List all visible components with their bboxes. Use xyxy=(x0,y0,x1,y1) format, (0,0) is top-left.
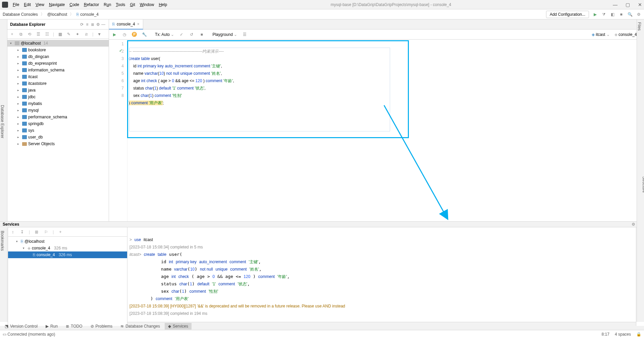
format-icon[interactable]: ☰ xyxy=(242,32,247,37)
gear-icon[interactable]: ⚙ xyxy=(95,22,101,27)
expand-icon[interactable]: ≣ xyxy=(90,22,95,27)
left-bookmarks-strip[interactable]: Bookmarks xyxy=(0,228,7,322)
menu-file[interactable]: File xyxy=(11,1,21,8)
database-icon xyxy=(22,95,27,99)
status-pos[interactable]: 8:17 xyxy=(602,332,609,337)
database-icon xyxy=(22,122,27,126)
tree-item-performance_schema[interactable]: ▸performance_schema xyxy=(7,114,109,120)
services-gear-icon[interactable]: ⚙ xyxy=(631,222,636,227)
add-icon[interactable]: ＋ xyxy=(9,32,15,37)
svc-add-icon[interactable]: ＋ xyxy=(58,229,63,235)
add-configuration-button[interactable]: Add Configuration... xyxy=(546,11,589,18)
diagnose-icon[interactable]: ☰ xyxy=(36,32,41,37)
menu-code[interactable]: Code xyxy=(67,1,81,8)
editor-tab-console4[interactable]: ⎘ console_4 × xyxy=(109,19,143,30)
btab-todo[interactable]: ≣ TODO xyxy=(62,323,86,330)
tree-item-springdb[interactable]: ▸springdb xyxy=(7,120,109,127)
duplicate-icon[interactable]: ⧉ xyxy=(18,32,23,37)
main-area: Database Explorer Database Explorer ⟳ ≡ … xyxy=(0,19,644,221)
right-tool-strip[interactable]: Files Structure Notifications xyxy=(637,19,644,322)
left-tool-strip[interactable]: Database Explorer xyxy=(0,19,7,221)
editor-tabs: ⎘ console_4 × ⋮ xyxy=(109,19,644,30)
app-icon xyxy=(2,2,8,8)
menu-view[interactable]: View xyxy=(34,1,46,8)
execute-icon[interactable]: ▶ xyxy=(112,32,117,37)
menu-refactor[interactable]: Refactor xyxy=(82,1,101,8)
tree-item-bookstore[interactable]: ▸bookstore xyxy=(7,47,109,53)
services-tree-selected[interactable]: ⎘console_4 326 ms xyxy=(8,251,127,258)
tree-item-user_db[interactable]: ▸user_db xyxy=(7,134,109,140)
refresh-icon[interactable]: ⟳ xyxy=(79,22,85,27)
database-icon xyxy=(22,128,27,132)
menu-tools[interactable]: Tools xyxy=(114,1,127,8)
tree-item-java[interactable]: ▸java xyxy=(7,87,109,94)
minimize-icon[interactable]: — xyxy=(613,2,618,7)
tree-item-itcast[interactable]: ▸itcast xyxy=(7,73,109,80)
tree-root[interactable]: ▾ @localhost 14 xyxy=(7,40,109,47)
crumb-consoles[interactable]: Database Consoles xyxy=(3,12,38,17)
filter-icon[interactable]: ▼ xyxy=(97,32,102,37)
btab-dbchanges[interactable]: ≋ Database Changes xyxy=(117,323,163,330)
server-icon xyxy=(15,41,19,45)
btab-services[interactable]: ◆ Services xyxy=(165,323,192,330)
crumb-host[interactable]: @localhost xyxy=(47,12,67,17)
services-output[interactable]: > use itcast [2023-07-18 15:08:34] compl… xyxy=(127,227,636,326)
settings-icon[interactable]: ⚙ xyxy=(636,12,641,17)
tree-item-db_expressprint[interactable]: ▸db_expressprint xyxy=(7,60,109,67)
commit-icon[interactable]: ✓ xyxy=(179,32,184,37)
btab-problems[interactable]: ⊘ Problems xyxy=(87,323,116,330)
p-icon[interactable]: P xyxy=(132,32,137,37)
context-db[interactable]: ◈ itcast ⌄ xyxy=(592,32,610,37)
tree-item-mysql[interactable]: ▸mysql xyxy=(7,107,109,114)
svc-grid-icon[interactable]: ⊞ xyxy=(34,229,39,235)
tree-item-db_dingcan[interactable]: ▸db_dingcan xyxy=(7,53,109,60)
menu-run[interactable]: Run xyxy=(102,1,113,8)
collapse-icon[interactable]: ≡ xyxy=(85,22,90,27)
menu-navigate[interactable]: Navigate xyxy=(47,1,67,8)
close-icon[interactable]: ✕ xyxy=(638,2,642,7)
line-gutter: 12345678 xyxy=(109,40,127,221)
hide-icon[interactable]: — xyxy=(101,22,106,27)
tree-item-itcaststore[interactable]: ▸itcaststore xyxy=(7,80,109,87)
tree-item-sys[interactable]: ▸sys xyxy=(7,127,109,134)
database-explorer-panel: Database Explorer ⟳ ≡ ≣ ⚙ — ＋ ⧉ ⟲ ☰ ☷ | … xyxy=(7,19,109,221)
tree-item-jdbc[interactable]: ▸jdbc xyxy=(7,94,109,100)
cancel-icon[interactable]: ■ xyxy=(199,32,204,37)
svc-tag-icon[interactable]: ⚐ xyxy=(43,229,49,235)
tree-item-mybatis[interactable]: ▸mybatis xyxy=(7,100,109,107)
menu-edit[interactable]: Edit xyxy=(22,1,33,8)
rollback-icon[interactable]: ↺ xyxy=(189,32,194,37)
sync-icon[interactable]: ⟲ xyxy=(27,32,32,37)
jump-icon[interactable]: ☷ xyxy=(44,32,50,37)
coverage-icon[interactable]: ◧ xyxy=(610,12,615,17)
menu-git[interactable]: Git xyxy=(128,1,137,8)
edit-icon[interactable]: ✎ xyxy=(66,32,71,37)
table-icon[interactable]: ▦ xyxy=(57,32,63,37)
tree-item-information_schema[interactable]: ▸information_schema xyxy=(7,67,109,73)
tx-mode-dropdown[interactable]: Tx: Auto ⌄ xyxy=(155,32,174,37)
services-tree[interactable]: ▾⎘@localhost ▾◈console_4 326 ms ⎘console… xyxy=(8,237,127,326)
playground-dropdown[interactable]: Playground ⌄ xyxy=(212,32,237,37)
graph-icon[interactable]: ✦ xyxy=(75,32,80,37)
svc-expand-icon[interactable]: ↕ xyxy=(10,229,15,235)
btab-vcs[interactable]: ⬔ Version Control xyxy=(1,323,41,330)
btab-run[interactable]: ▶ Run xyxy=(42,323,61,330)
tree-item-server-objects[interactable]: ▸Server Objects xyxy=(7,140,109,147)
menu-help[interactable]: Help xyxy=(157,1,169,8)
wrench-icon[interactable]: 🔧 xyxy=(142,32,147,37)
code-editor[interactable]: 12345678 ✓ -- --------------------------… xyxy=(109,40,644,221)
history-icon[interactable]: ◷ xyxy=(122,32,127,37)
close-tab-icon[interactable]: × xyxy=(137,22,140,26)
db-tree[interactable]: ▾ @localhost 14 ▸bookstore▸db_dingcan▸db… xyxy=(7,39,109,221)
crumb-console[interactable]: console_4 xyxy=(80,12,99,17)
run-icon[interactable]: ▶ xyxy=(592,12,598,17)
search-icon[interactable]: 🔍 xyxy=(627,12,633,17)
stop-icon[interactable]: ■ xyxy=(619,12,624,17)
svc-collapse-icon[interactable]: ↧ xyxy=(19,229,25,235)
debug-icon[interactable]: ⧩ xyxy=(601,12,606,17)
console-icon[interactable]: ⎚ xyxy=(84,32,89,37)
maximize-icon[interactable]: ▢ xyxy=(626,2,630,7)
status-indent[interactable]: 4 spaces xyxy=(615,332,631,337)
status-lock-icon[interactable]: 🔒 xyxy=(636,332,641,337)
menu-window[interactable]: Window xyxy=(138,1,156,8)
